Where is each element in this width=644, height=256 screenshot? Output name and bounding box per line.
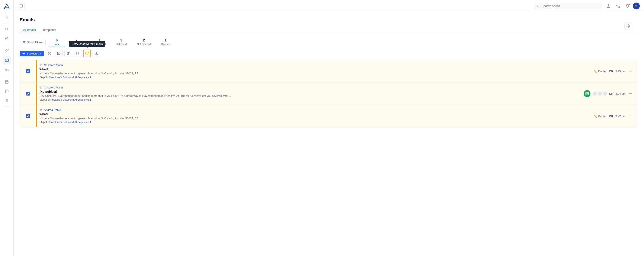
email-step-2: Step 2 of Neptune's Outbound AI Sequence… bbox=[40, 98, 577, 101]
filter-delivered[interactable]: 3 Delivered bbox=[111, 38, 132, 47]
total-label: Total bbox=[54, 43, 60, 46]
email-row: To: Crisofora Marin What?! Hi there Onbo… bbox=[20, 60, 638, 82]
svg-point-32 bbox=[630, 93, 631, 94]
settings-button[interactable] bbox=[624, 22, 632, 30]
filter-scheduled[interactable]: 1 Scheduled bbox=[88, 38, 111, 47]
minus-icon bbox=[22, 52, 25, 55]
svg-point-28 bbox=[630, 71, 631, 72]
nav-divider-4 bbox=[4, 107, 10, 107]
phone-nav-icon[interactable] bbox=[2, 65, 11, 74]
email-step-3: Step 3 of Neptune's Outbound AI Sequence… bbox=[40, 121, 587, 124]
status-label-1: Drafted bbox=[598, 70, 607, 73]
sent-icon-2 bbox=[584, 90, 590, 97]
skip-toolbar-btn[interactable] bbox=[74, 50, 82, 57]
email-time-2: 3:24 pm bbox=[616, 92, 626, 95]
sidebar-toggle-btn[interactable] bbox=[18, 3, 25, 10]
delete-toolbar-btn[interactable] bbox=[64, 50, 72, 57]
app-logo[interactable] bbox=[3, 3, 11, 10]
tab-all-emails[interactable]: All emails bbox=[20, 26, 39, 34]
notification-dot bbox=[628, 4, 630, 5]
opened-label: Opened bbox=[161, 43, 170, 46]
download-toolbar-btn[interactable] bbox=[92, 50, 100, 57]
schedule-toolbar-btn[interactable] bbox=[46, 50, 53, 57]
retry-toolbar-btn[interactable] bbox=[83, 50, 91, 57]
email-time-1: 3:25 pm bbox=[616, 70, 626, 73]
more-btn-2[interactable] bbox=[628, 91, 634, 97]
selected-count-badge[interactable]: 3 selected ▾ bbox=[20, 51, 44, 56]
billing-nav-icon[interactable] bbox=[2, 96, 11, 105]
sidebar: ⌂ bbox=[0, 0, 14, 256]
search-input[interactable] bbox=[542, 4, 600, 8]
svg-marker-24 bbox=[77, 52, 78, 55]
svg-point-14 bbox=[537, 5, 539, 7]
search-box[interactable] bbox=[534, 3, 602, 9]
filter-undelivered[interactable]: 2 Undelivered bbox=[64, 38, 88, 47]
nav-divider-1 bbox=[4, 23, 10, 23]
more-btn-3[interactable] bbox=[628, 113, 634, 119]
filter-total[interactable]: 6 Total bbox=[49, 38, 64, 47]
home-nav-icon[interactable]: ⌂ bbox=[2, 13, 11, 21]
status-filters: 6 Total 2 Undelivered 1 Scheduled 3 bbox=[49, 38, 638, 47]
email-preview-1: Hi there Onboarding Account Ingeniero Ma… bbox=[40, 72, 231, 75]
sequence-link-1[interactable]: Neptune's Outbound AI Sequence 1 bbox=[50, 76, 91, 79]
sequence-link-2[interactable]: Neptune's Outbound AI Sequence 1 bbox=[50, 98, 91, 101]
email-checkbox-2[interactable] bbox=[26, 92, 30, 95]
email-preview-3: Hi there Onboarding Account Ingeniero Ma… bbox=[40, 117, 231, 120]
email-status-3: ✏️ Drafted bbox=[594, 114, 607, 118]
selected-chevron: ▾ bbox=[40, 52, 41, 55]
email-checkbox-3[interactable] bbox=[26, 114, 30, 118]
chat-nav-icon[interactable] bbox=[2, 87, 11, 95]
status-dots-2 bbox=[592, 91, 607, 96]
email-to-2: To: Crisofora Marin bbox=[40, 86, 577, 89]
email-checkbox-col-1 bbox=[20, 60, 37, 82]
email-body-2[interactable]: To: Crisofora Marin (No Subject) Hey Cri… bbox=[37, 82, 580, 105]
calendar-nav-icon[interactable] bbox=[2, 78, 11, 86]
filter-icon bbox=[23, 41, 26, 44]
more-btn-1[interactable] bbox=[628, 68, 634, 74]
email-meta-3: ✏️ Drafted DK 3:22 pm bbox=[589, 105, 638, 127]
show-filters-button[interactable]: Show Filters bbox=[20, 39, 46, 46]
email-time-3: 3:22 pm bbox=[616, 114, 626, 118]
user-avatar[interactable]: AP bbox=[633, 3, 640, 10]
bulk-toolbar: 3 selected ▾ bbox=[20, 47, 638, 60]
email-subject-2: (No Subject) bbox=[40, 90, 577, 93]
svg-rect-12 bbox=[20, 5, 22, 7]
sender-initials-1: DK bbox=[609, 70, 613, 73]
retry-tooltip-wrapper: Retry Undelivered Emails bbox=[83, 50, 91, 57]
svg-rect-21 bbox=[22, 53, 25, 54]
email-row: To: Andrea Daniel What?! Hi there Onboar… bbox=[20, 105, 638, 127]
svg-point-29 bbox=[631, 71, 632, 72]
email-body-1[interactable]: To: Crisofora Marin What?! Hi there Onbo… bbox=[37, 60, 589, 82]
filter-opened[interactable]: 1 Opened bbox=[156, 38, 175, 47]
activity-nav-icon[interactable] bbox=[2, 34, 11, 43]
content-area: Emails All emails Templates Show Filters bbox=[14, 12, 644, 256]
svg-point-5 bbox=[6, 38, 7, 39]
email-preview-2: Hey Crisofora, Ever thought about adding… bbox=[40, 94, 231, 97]
nav-divider-2 bbox=[4, 45, 10, 45]
notification-icon[interactable] bbox=[624, 2, 631, 10]
email-body-3[interactable]: To: Andrea Daniel What?! Hi there Onboar… bbox=[37, 105, 589, 127]
svg-line-15 bbox=[539, 7, 540, 7]
to-label-2: To: bbox=[40, 86, 43, 89]
filter-not-opened[interactable]: 2 Not Opened bbox=[132, 38, 156, 47]
to-link-3[interactable]: Andrea Daniel bbox=[44, 108, 62, 111]
email-checkbox-1[interactable] bbox=[26, 69, 30, 73]
pencil-icon-3: ✏️ bbox=[594, 114, 597, 118]
email-to-1: To: Crisofora Marin bbox=[40, 63, 587, 67]
email-toolbar-btn[interactable] bbox=[55, 50, 63, 57]
to-link-2[interactable]: Crisofora Marin bbox=[44, 86, 63, 89]
search-nav-icon[interactable] bbox=[2, 25, 11, 34]
sequences-nav-icon[interactable] bbox=[2, 47, 11, 55]
upload-icon[interactable] bbox=[605, 2, 612, 10]
to-label-1: To: bbox=[40, 63, 43, 67]
tab-templates[interactable]: Templates bbox=[39, 26, 60, 34]
to-link-1[interactable]: Crisofora Marin bbox=[44, 63, 63, 67]
sequence-link-3[interactable]: Neptune's Outbound AI Sequence 1 bbox=[50, 121, 91, 124]
email-row: To: Crisofora Marin (No Subject) Hey Cri… bbox=[20, 82, 638, 105]
phone-top-icon[interactable] bbox=[614, 2, 622, 10]
content-wrapper: Emails All emails Templates Show Filters bbox=[20, 17, 638, 127]
svg-point-27 bbox=[629, 71, 630, 72]
svg-point-36 bbox=[631, 116, 632, 116]
status-dot-1 bbox=[592, 91, 597, 96]
email-nav-icon[interactable] bbox=[2, 56, 11, 65]
